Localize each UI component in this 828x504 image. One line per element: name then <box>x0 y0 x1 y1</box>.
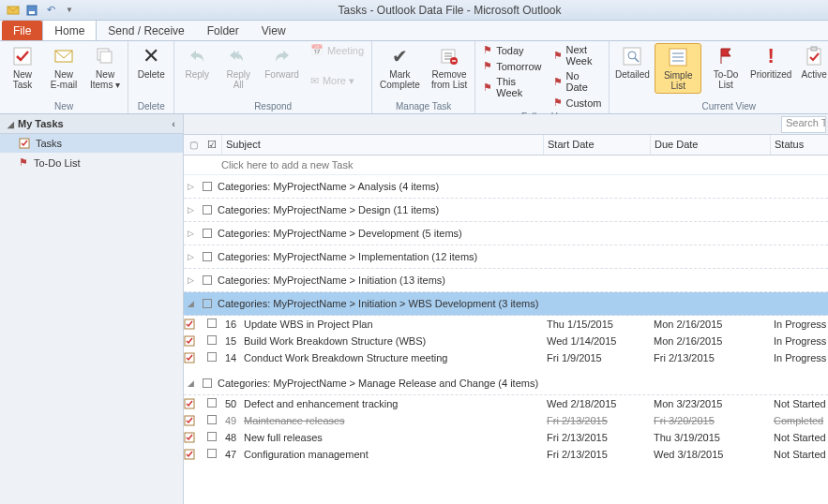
new-items-button[interactable]: New Items ▾ <box>86 43 124 92</box>
view-active-button[interactable]: Active <box>795 43 828 82</box>
nav-item-todo-list[interactable]: ⚑ To-Do List <box>0 153 183 172</box>
view-todo-list-button[interactable]: To-Do List <box>705 43 746 92</box>
new-email-button[interactable]: New E-mail <box>45 43 83 92</box>
nav-header-my-tasks[interactable]: ◢My Tasks ‹ <box>0 114 183 134</box>
category-label: Categories: MyProjectName > Manage Relea… <box>218 378 538 389</box>
column-headers: ▢ ☑ Subject Start Date Due Date Status <box>184 135 828 156</box>
collapse-pane-icon[interactable]: ‹ <box>172 118 175 129</box>
items-icon <box>94 45 116 67</box>
task-due-date: Mon 2/16/2015 <box>650 334 770 348</box>
flag-icon: ⚑ <box>553 76 563 88</box>
task-checkbox[interactable] <box>203 415 221 426</box>
detailed-icon <box>621 45 643 67</box>
category-group-header[interactable]: ▷Categories: MyProjectName > Initiation … <box>184 269 828 292</box>
reply-button[interactable]: Reply <box>178 43 216 82</box>
col-complete[interactable]: ☑ <box>203 135 221 155</box>
tab-send-receive[interactable]: Send / Receive <box>97 21 195 40</box>
category-checkbox[interactable] <box>203 252 212 261</box>
category-checkbox[interactable] <box>203 182 212 191</box>
task-status: Not Started <box>770 447 828 462</box>
task-due-date: Wed 3/18/2015 <box>650 447 770 462</box>
col-subject[interactable]: Subject <box>221 135 543 155</box>
task-checkbox[interactable] <box>203 449 221 460</box>
category-group-header[interactable]: ▷Categories: MyProjectName > Design (11 … <box>184 199 828 222</box>
category-checkbox[interactable] <box>203 378 212 388</box>
expand-icon: ▷ <box>188 229 197 238</box>
category-group-header[interactable]: ◢Categories: MyProjectName > Initiation … <box>184 292 828 316</box>
task-due-date: Mon 2/16/2015 <box>650 317 770 332</box>
delete-button[interactable]: ✕ Delete <box>132 43 170 82</box>
col-status[interactable]: Status <box>770 135 828 155</box>
category-checkbox[interactable] <box>203 229 212 238</box>
task-row[interactable]: 16Update WBS in Project PlanThu 1/15/201… <box>184 316 828 333</box>
flag-large-icon <box>715 45 737 67</box>
meeting-button[interactable]: 📅Meeting <box>307 43 368 57</box>
col-due-date[interactable]: Due Date <box>650 135 770 155</box>
nav-item-tasks[interactable]: Tasks <box>0 134 183 153</box>
ribbon-group-delete: ✕ Delete Delete <box>128 41 174 113</box>
col-icon[interactable]: ▢ <box>184 135 203 155</box>
category-label: Categories: MyProjectName > Analysis (4 … <box>218 181 439 192</box>
category-group-header[interactable]: ▷Categories: MyProjectName > Development… <box>184 222 828 245</box>
task-checkbox[interactable] <box>203 432 221 443</box>
flag-next-week-button[interactable]: ⚑Next Week <box>549 43 606 67</box>
svg-rect-21 <box>811 47 817 51</box>
ribbon: New Task New E-mail New Items ▾ New ✕ De… <box>0 41 828 114</box>
tab-folder[interactable]: Folder <box>196 21 250 40</box>
qat-dropdown-icon[interactable]: ▼ <box>62 3 77 18</box>
category-label: Categories: MyProjectName > Implementati… <box>218 251 477 262</box>
view-detailed-button[interactable]: Detailed <box>613 43 651 82</box>
save-icon[interactable] <box>24 3 39 18</box>
more-respond-button[interactable]: ✉More ▾ <box>307 74 368 88</box>
svg-rect-6 <box>100 52 112 63</box>
flag-tomorrow-button[interactable]: ⚑Tomorrow <box>479 59 545 73</box>
col-start-date[interactable]: Start Date <box>543 135 650 155</box>
task-item-icon <box>184 352 203 363</box>
remove-from-list-button[interactable]: Remove from List <box>428 43 471 92</box>
forward-button[interactable]: Forward <box>261 43 303 82</box>
task-row[interactable]: 48New full releasesFri 2/13/2015Thu 3/19… <box>184 429 828 446</box>
tab-home[interactable]: Home <box>42 20 97 40</box>
category-label: Categories: MyProjectName > Design (11 i… <box>218 204 439 215</box>
flag-this-week-button[interactable]: ⚑This Week <box>479 75 545 99</box>
category-group-header[interactable]: ▷Categories: MyProjectName > Implementat… <box>184 245 828 269</box>
delete-x-icon: ✕ <box>140 45 162 67</box>
flag-custom-button[interactable]: ⚑Custom <box>549 96 606 110</box>
task-subject: 49Maintenance releases <box>221 413 543 428</box>
task-item-icon <box>184 415 203 426</box>
task-subject: 16Update WBS in Project Plan <box>221 317 543 332</box>
tab-file[interactable]: File <box>2 21 42 40</box>
category-checkbox[interactable] <box>203 275 212 285</box>
reply-all-button[interactable]: Reply All <box>219 43 257 92</box>
task-checkbox[interactable] <box>203 352 221 363</box>
task-row[interactable]: 50Defect and enhancement trackingWed 2/1… <box>184 395 828 412</box>
task-row[interactable]: 14Conduct Work Breakdown Structure meeti… <box>184 349 828 366</box>
search-bar: Search Tas <box>184 114 828 135</box>
mark-complete-button[interactable]: ✔ Mark Complete <box>376 43 424 92</box>
svg-rect-2 <box>29 11 35 14</box>
undo-icon[interactable]: ↶ <box>43 3 58 18</box>
task-checkbox[interactable] <box>203 319 221 330</box>
task-status: Not Started <box>770 430 828 445</box>
view-prioritized-button[interactable]: ! Prioritized <box>750 43 791 82</box>
view-simple-list-button[interactable]: Simple List <box>655 43 700 94</box>
new-task-button[interactable]: New Task <box>4 43 41 92</box>
category-checkbox[interactable] <box>203 205 212 215</box>
new-task-row[interactable]: Click here to add a new Task <box>184 156 828 175</box>
tab-view[interactable]: View <box>250 21 297 40</box>
flag-icon: ⚑ <box>483 60 492 72</box>
ribbon-group-new: New Task New E-mail New Items ▾ New <box>0 41 128 113</box>
task-start-date: Fri 2/13/2015 <box>543 413 650 428</box>
task-checkbox[interactable] <box>203 398 221 409</box>
flag-today-button[interactable]: ⚑Today <box>479 43 545 57</box>
task-row[interactable]: 47Configuration managementFri 2/13/2015W… <box>184 446 828 463</box>
task-row[interactable]: 49Maintenance releasesFri 2/13/2015Fri 3… <box>184 412 828 429</box>
task-start-date: Fri 2/13/2015 <box>543 430 650 445</box>
flag-no-date-button[interactable]: ⚑No Date <box>549 69 606 94</box>
task-checkbox[interactable] <box>203 335 221 347</box>
search-input[interactable]: Search Tas <box>781 116 826 133</box>
category-group-header[interactable]: ◢Categories: MyProjectName > Manage Rele… <box>184 372 828 395</box>
category-checkbox[interactable] <box>203 299 212 308</box>
category-group-header[interactable]: ▷Categories: MyProjectName > Analysis (4… <box>184 175 828 199</box>
task-row[interactable]: 15Build Work Breakdown Structure (WBS)We… <box>184 333 828 349</box>
